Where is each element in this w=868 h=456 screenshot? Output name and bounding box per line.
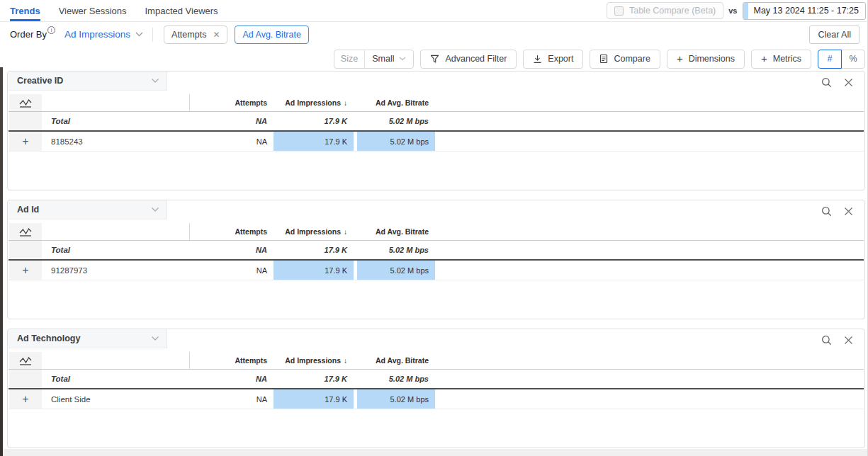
size-label: Size [334,50,365,68]
search-icon[interactable] [821,206,832,217]
row-name: 8185243 [42,132,190,151]
metric-chip-attempts[interactable]: Attempts ✕ [164,25,227,44]
row-attempts: NA [190,261,274,280]
order-by-label: Order By [10,29,47,40]
column-header-ad-avg-bitrate[interactable]: Ad Avg. Bitrate [357,94,435,111]
panel-title: Ad Id [17,205,39,215]
plus-icon: + [22,265,28,276]
sparkline-chart-icon [18,98,33,108]
column-header-attempts[interactable]: Attempts [190,223,274,240]
dimension-select[interactable]: Ad Id [9,200,167,220]
metrics-label: Metrics [773,54,801,64]
close-icon[interactable] [844,336,853,345]
add-metrics-button[interactable]: + Metrics [751,50,811,69]
metrics-table: Attempts Ad Impressions↓ Ad Avg. Bitrate… [9,94,864,152]
total-row: Total NA 17.9 K 5.02 M bps [9,112,864,132]
expander-cell [9,112,42,130]
order-by-metric-dropdown[interactable]: Ad Impressions [64,29,143,40]
vs-label: vs [728,6,737,15]
toolbar: Size Small Advanced Filter Export Compar… [0,47,868,71]
sparkline-toggle[interactable] [9,352,42,369]
close-icon[interactable] [844,207,853,216]
compare-button[interactable]: Compare [590,50,660,69]
table-row: + Client Side NA 17.9 K 5.02 M bps [9,389,864,409]
row-ad-avg-bitrate: 5.02 M bps [357,389,435,409]
compare-controls: Table Compare (Beta) vs May 13 2024 11:2… [607,0,868,21]
analytics-dashboard: Trends Viewer Sessions Impacted Viewers … [0,0,868,456]
panel-ad-id: Ad Id Attempts Ad Impressions↓ Ad Avg. B… [7,200,865,319]
table-compare-checkbox[interactable] [614,6,624,16]
total-ad-impressions: 17.9 K [274,241,354,259]
advanced-filter-button[interactable]: Advanced Filter [420,50,517,69]
chevron-down-icon [151,207,159,212]
sparkline-toggle[interactable] [9,223,42,240]
dimensions-label: Dimensions [689,54,735,64]
row-ad-impressions: 17.9 K [274,389,354,409]
clear-all-button[interactable]: Clear All [809,25,859,44]
column-header-ad-impressions[interactable]: Ad Impressions↓ [274,223,354,240]
total-attempts: NA [190,112,274,130]
close-icon[interactable] [844,78,853,87]
column-header-ad-impressions[interactable]: Ad Impressions↓ [274,94,354,111]
expand-row-button[interactable]: + [9,132,42,151]
remove-chip-icon[interactable]: ✕ [213,30,220,39]
vertical-divider [152,28,153,42]
row-ad-impressions: 17.9 K [274,132,354,151]
search-icon[interactable] [821,77,832,88]
metrics-table: Attempts Ad Impressions↓ Ad Avg. Bitrate… [9,352,864,409]
sort-desc-icon: ↓ [344,99,347,107]
table-header-row: Attempts Ad Impressions↓ Ad Avg. Bitrate [9,352,864,370]
expander-cell [9,370,42,388]
sort-desc-icon: ↓ [344,357,347,365]
total-row: Total NA 17.9 K 5.02 M bps [9,241,864,261]
dimension-select[interactable]: Ad Technology [9,329,167,348]
tab-trends[interactable]: Trends [10,0,40,21]
export-button[interactable]: Export [523,50,583,69]
expand-row-button[interactable]: + [9,389,42,409]
plus-icon: + [22,136,28,147]
row-ad-impressions: 17.9 K [274,261,354,280]
tab-viewer-sessions[interactable]: Viewer Sessions [59,0,127,21]
column-header-ad-avg-bitrate[interactable]: Ad Avg. Bitrate [357,352,435,369]
compare-label: Compare [614,54,650,64]
column-header-ad-impressions[interactable]: Ad Impressions↓ [274,352,354,369]
table-header-row: Attempts Ad Impressions↓ Ad Avg. Bitrate [9,94,864,112]
sort-desc-icon: ↓ [344,228,347,236]
plus-icon: + [22,394,28,405]
row-name: Client Side [42,389,190,409]
dimension-select[interactable]: Creative ID [9,72,167,91]
metric-chip-ad-avg-bitrate[interactable]: Ad Avg. Bitrate [235,25,308,44]
total-ad-impressions: 17.9 K [274,370,354,388]
table-compare-toggle[interactable]: Table Compare (Beta) [607,2,723,19]
column-header-ad-avg-bitrate[interactable]: Ad Avg. Bitrate [357,223,435,240]
percent-format-toggle[interactable]: % [841,50,865,69]
total-ad-avg-bitrate: 5.02 M bps [357,112,435,130]
expand-row-button[interactable]: + [9,261,42,280]
row-ad-avg-bitrate: 5.02 M bps [357,132,435,151]
dimension-column-header [42,352,190,369]
number-format-toggle[interactable]: # [818,50,842,69]
chevron-down-icon [151,336,159,341]
sparkline-chart-icon [18,227,33,237]
total-ad-avg-bitrate: 5.02 M bps [357,241,435,259]
order-by-metric-value: Ad Impressions [64,29,130,40]
date-range-picker[interactable]: May 13 2024 11:25 - 17:25 [743,2,867,20]
chevron-down-icon [135,32,143,37]
metric-chip-label: Attempts [171,30,206,40]
order-by-bar: Order Byi Ad Impressions Attempts ✕ Ad A… [0,22,868,47]
tab-impacted-viewers[interactable]: Impacted Viewers [145,0,218,21]
add-dimensions-button[interactable]: + Dimensions [667,50,745,69]
total-ad-impressions: 17.9 K [274,112,354,130]
column-header-attempts[interactable]: Attempts [190,94,274,111]
total-row: Total NA 17.9 K 5.02 M bps [9,370,864,389]
search-icon[interactable] [821,335,832,346]
column-header-attempts[interactable]: Attempts [190,352,274,369]
total-attempts: NA [190,241,274,259]
sparkline-toggle[interactable] [9,94,42,111]
export-label: Export [548,54,573,64]
panel-creative-id: Creative ID Attempts Ad Impressions↓ Ad … [7,71,865,190]
info-icon: i [47,26,55,34]
dimension-column-header [42,223,190,240]
size-dropdown[interactable]: Size Small [334,50,415,69]
download-icon [533,55,542,64]
